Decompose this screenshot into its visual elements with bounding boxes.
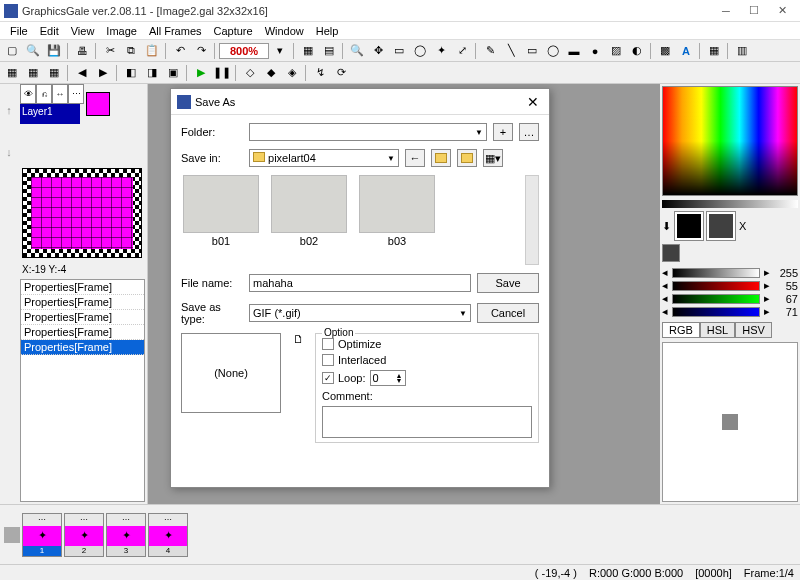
green-slider[interactable] — [672, 294, 760, 304]
red-slider[interactable] — [672, 281, 760, 291]
gray-ramp[interactable] — [662, 200, 798, 208]
savein-combo[interactable]: pixelart04 ▼ — [249, 149, 399, 167]
tooln2-icon[interactable]: ◆ — [261, 64, 281, 82]
onion2-icon[interactable]: ◨ — [142, 64, 162, 82]
select-rect-icon[interactable]: ▭ — [389, 42, 409, 60]
zoom-tool-icon[interactable]: 🔍 — [347, 42, 367, 60]
ellipse-icon[interactable]: ◯ — [543, 42, 563, 60]
folder-more-button[interactable]: … — [519, 123, 539, 141]
lasso-icon[interactable]: ◯ — [410, 42, 430, 60]
up-button[interactable] — [431, 149, 451, 167]
tooln4-icon[interactable]: ↯ — [310, 64, 330, 82]
fg-swatch[interactable] — [675, 212, 703, 240]
up-arrow-icon[interactable]: ↑ — [6, 104, 12, 116]
minimize-button[interactable]: ─ — [712, 2, 740, 20]
preview-toggle-icon[interactable]: 🗋 — [293, 333, 304, 345]
menu-allframes[interactable]: All Frames — [143, 25, 208, 37]
pencil-icon[interactable]: ✎ — [480, 42, 500, 60]
viewmode-button[interactable]: ▦▾ — [483, 149, 503, 167]
comment-textarea[interactable] — [322, 406, 532, 438]
property-row[interactable]: Properties[Frame] — [21, 295, 144, 310]
copy-icon[interactable]: ⧉ — [121, 42, 141, 60]
tab-rgb[interactable]: RGB — [662, 322, 700, 338]
filetype-combo[interactable]: GIF (*.gif)▼ — [249, 304, 471, 322]
interlaced-checkbox[interactable] — [322, 354, 334, 366]
layer-alpha-icon[interactable]: ↔ — [52, 84, 68, 104]
tooln3-icon[interactable]: ◈ — [282, 64, 302, 82]
property-row[interactable]: Properties[Frame] — [21, 310, 144, 325]
move-icon[interactable]: ✥ — [368, 42, 388, 60]
extra-icon[interactable]: ▥ — [732, 42, 752, 60]
layer-vis-icon[interactable]: 👁 — [20, 84, 36, 104]
newfolder-button[interactable] — [457, 149, 477, 167]
file-item[interactable]: b02 — [269, 175, 349, 265]
loop-checkbox[interactable]: ✓ — [322, 372, 334, 384]
cut-icon[interactable]: ✂ — [100, 42, 120, 60]
file-browser[interactable]: b01b02b03 — [181, 175, 539, 265]
open-icon[interactable]: 🔍 — [23, 42, 43, 60]
layer-lock-icon[interactable]: ⎌ — [36, 84, 52, 104]
frame-2[interactable]: ⋯✦2 — [64, 513, 104, 557]
zoom-down-icon[interactable]: ▾ — [270, 42, 290, 60]
new-icon[interactable]: ▢ — [2, 42, 22, 60]
frame-3[interactable]: ⋯✦3 — [106, 513, 146, 557]
cancel-button[interactable]: Cancel — [477, 303, 539, 323]
blue-slider[interactable] — [672, 307, 760, 317]
picker-icon[interactable]: ⤢ — [452, 42, 472, 60]
properties-list[interactable]: Properties[Frame]Properties[Frame]Proper… — [20, 279, 145, 502]
close-button[interactable]: ✕ — [768, 2, 796, 20]
pause-icon[interactable]: ❚❚ — [212, 64, 232, 82]
filename-input[interactable] — [249, 274, 471, 292]
layer-more-icon[interactable]: ⋯ — [68, 84, 84, 104]
onion3-icon[interactable]: ▣ — [163, 64, 183, 82]
extra-swatch[interactable] — [662, 244, 680, 262]
frame-add-icon[interactable]: ▦ — [2, 64, 22, 82]
next-frame-icon[interactable]: ▶ — [93, 64, 113, 82]
frame-1[interactable]: ⋯✦1 — [22, 513, 62, 557]
palette-icon[interactable]: ▦ — [704, 42, 724, 60]
replace-icon[interactable]: ◐ — [627, 42, 647, 60]
play-icon[interactable]: ▶ — [191, 64, 211, 82]
frame-4[interactable]: ⋯✦4 — [148, 513, 188, 557]
file-item[interactable]: b01 — [181, 175, 261, 265]
layer-thumb[interactable] — [86, 92, 110, 116]
tab-hsl[interactable]: HSL — [700, 322, 735, 338]
layer-name[interactable]: Layer1 — [20, 104, 80, 124]
bg-swatch[interactable] — [707, 212, 735, 240]
back-button[interactable]: ← — [405, 149, 425, 167]
line-icon[interactable]: ╲ — [501, 42, 521, 60]
maximize-button[interactable]: ☐ — [740, 2, 768, 20]
down-arrow-icon[interactable]: ↓ — [6, 146, 12, 158]
folder-combo[interactable]: ▼ — [249, 123, 487, 141]
file-scrollbar[interactable] — [525, 175, 539, 265]
paste-icon[interactable]: 📋 — [142, 42, 162, 60]
menu-image[interactable]: Image — [100, 25, 143, 37]
onion-icon[interactable]: ◧ — [121, 64, 141, 82]
frame-del-icon[interactable]: ▦ — [44, 64, 64, 82]
file-item[interactable]: b03 — [357, 175, 437, 265]
menu-file[interactable]: File — [4, 25, 34, 37]
grid-icon[interactable]: ▦ — [298, 42, 318, 60]
menu-edit[interactable]: Edit — [34, 25, 65, 37]
save-icon[interactable]: 💾 — [44, 42, 64, 60]
fillellipse-icon[interactable]: ● — [585, 42, 605, 60]
wand-icon[interactable]: ✦ — [431, 42, 451, 60]
fillrect-icon[interactable]: ▬ — [564, 42, 584, 60]
print-icon[interactable]: 🖶 — [72, 42, 92, 60]
folder-add-button[interactable]: + — [493, 123, 513, 141]
property-row[interactable]: Properties[Frame] — [21, 325, 144, 340]
grid2-icon[interactable]: ▤ — [319, 42, 339, 60]
tab-hsv[interactable]: HSV — [735, 322, 772, 338]
timeline-icon[interactable] — [4, 527, 20, 543]
zoom-value[interactable]: 800% — [219, 43, 269, 59]
rect-icon[interactable]: ▭ — [522, 42, 542, 60]
text-icon[interactable]: A — [676, 42, 696, 60]
undo-icon[interactable]: ↶ — [170, 42, 190, 60]
frame-dup-icon[interactable]: ▦ — [23, 64, 43, 82]
gray-slider[interactable] — [672, 268, 760, 278]
dialog-close-button[interactable]: ✕ — [523, 94, 543, 110]
menu-capture[interactable]: Capture — [208, 25, 259, 37]
menu-view[interactable]: View — [65, 25, 101, 37]
loop-spinner[interactable]: 0▲▼ — [370, 370, 406, 386]
color-palette[interactable] — [662, 86, 798, 196]
